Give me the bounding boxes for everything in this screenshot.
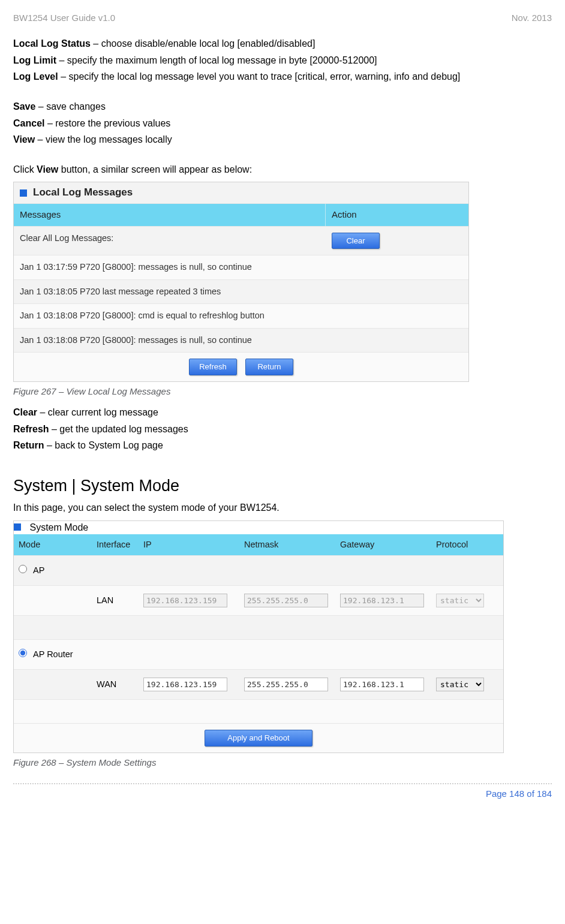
lan-row: LAN static [14, 585, 503, 615]
def-log-level: Log Level – specify the local log messag… [13, 70, 552, 83]
def-view: View – view the log messages locally [13, 133, 552, 146]
clear-all-label: Clear All Log Messages: [14, 227, 326, 255]
text-cancel: – restore the previous values [44, 118, 170, 128]
term-local-log-status: Local Log Status [13, 38, 91, 49]
text-save: – save changes [35, 101, 106, 112]
lan-iface: LAN [92, 590, 139, 612]
panel-icon [14, 523, 21, 531]
blank-row [14, 699, 503, 723]
mode-ap-row: AP [14, 555, 503, 585]
mode-header-row: Mode Interface IP Netmask Gateway Protoc… [14, 534, 503, 556]
panel-title: System Mode [29, 522, 88, 532]
wan-iface: WAN [92, 674, 139, 696]
col-mode: Mode [14, 534, 92, 556]
log-message: Jan 1 03:18:08 P720 [G8000]: cmd is equa… [14, 304, 326, 328]
panel-title: Local Log Messages [33, 186, 133, 200]
aprouter-radio[interactable] [19, 649, 27, 657]
text-log-limit: – specify the maximum length of local lo… [56, 55, 377, 65]
term-log-limit: Log Limit [13, 55, 56, 65]
log-button-bar: Refresh Return [14, 352, 468, 381]
term-log-level: Log Level [13, 71, 58, 82]
wan-protocol-select[interactable]: static [436, 678, 484, 691]
click-view-sentence: Click View button, a similar screen will… [13, 163, 552, 176]
panel-titlebar: Local Log Messages [14, 182, 468, 204]
clear-all-row: Clear All Log Messages: Clear [14, 226, 468, 255]
lan-ip-input[interactable] [143, 594, 227, 607]
panel-icon [20, 189, 27, 197]
figure-268-caption: Figure 268 – System Mode Settings [13, 757, 552, 769]
log-row: Jan 1 03:18:05 P720 last message repeate… [14, 279, 468, 304]
click-view-post: button, a similar screen will appear as … [58, 164, 252, 174]
system-mode-panel: System Mode Mode Interface IP Netmask Ga… [13, 520, 504, 753]
log-header-row: Messages Action [14, 204, 468, 225]
term-view: View [13, 134, 35, 145]
text-view: – view the log messages locally [35, 134, 172, 145]
header-left: BW1254 User Guide v1.0 [13, 12, 115, 24]
section-intro: In this page, you can select the system … [13, 501, 552, 514]
term-cancel: Cancel [13, 118, 44, 128]
col-netmask: Netmask [239, 534, 335, 556]
aprouter-label: AP Router [33, 649, 73, 659]
wan-netmask-input[interactable] [244, 678, 328, 691]
figure-267-caption: Figure 267 – View Local Log Messages [13, 386, 552, 398]
ap-radio[interactable] [19, 565, 27, 573]
clear-button[interactable]: Clear [332, 233, 380, 249]
lan-netmask-input[interactable] [244, 594, 328, 607]
def-local-log-status: Local Log Status – choose disable/enable… [13, 37, 552, 50]
log-row: Jan 1 03:18:08 P720 [G8000]: messages is… [14, 328, 468, 353]
text-return: – back to System Log page [44, 440, 163, 450]
def-clear: Clear – clear current log message [13, 406, 552, 419]
local-log-messages-panel: Local Log Messages Messages Action Clear… [13, 182, 469, 382]
term-save: Save [13, 101, 35, 112]
mode-aprouter-row: AP Router [14, 639, 503, 669]
term-clear: Clear [13, 407, 37, 417]
log-message: Jan 1 03:18:08 P720 [G8000]: messages is… [14, 329, 326, 353]
log-row: Jan 1 03:17:59 P720 [G8000]: messages is… [14, 255, 468, 279]
section-heading: System | System Mode [13, 475, 552, 496]
log-message: Jan 1 03:18:05 P720 last message repeate… [14, 280, 326, 304]
def-refresh: Refresh – get the updated log messages [13, 423, 552, 436]
col-gateway: Gateway [335, 534, 431, 556]
click-view-pre: Click [13, 164, 37, 174]
col-ip: IP [139, 534, 239, 556]
log-message: Jan 1 03:17:59 P720 [G8000]: messages is… [14, 255, 326, 279]
def-cancel: Cancel – restore the previous values [13, 117, 552, 130]
blank-row [14, 615, 503, 639]
text-clear: – clear current log message [37, 407, 158, 417]
text-refresh: – get the updated log messages [49, 424, 188, 434]
page-header: BW1254 User Guide v1.0 Nov. 2013 [13, 12, 552, 24]
def-return: Return – back to System Log page [13, 439, 552, 452]
footer-divider [13, 783, 552, 784]
wan-row: WAN static [14, 669, 503, 699]
return-button[interactable]: Return [245, 359, 293, 375]
term-refresh: Refresh [13, 424, 49, 434]
ap-label: AP [33, 565, 44, 575]
refresh-button[interactable]: Refresh [189, 359, 237, 375]
text-log-level: – specify the local log message level yo… [58, 71, 461, 82]
wan-ip-input[interactable] [143, 678, 227, 691]
def-log-limit: Log Limit – specify the maximum length o… [13, 54, 552, 67]
lan-protocol-select[interactable]: static [436, 594, 484, 607]
header-right: Nov. 2013 [512, 12, 552, 24]
panel-titlebar: System Mode [14, 521, 503, 534]
click-view-bold: View [37, 164, 58, 174]
col-protocol: Protocol [431, 534, 503, 556]
col-interface: Interface [92, 534, 139, 556]
wan-gateway-input[interactable] [340, 678, 424, 691]
col-messages: Messages [14, 204, 326, 225]
term-return: Return [13, 440, 44, 450]
mode-button-bar: Apply and Reboot [14, 723, 503, 753]
text-local-log-status: – choose disable/enable local log [enabl… [91, 38, 315, 49]
apply-reboot-button[interactable]: Apply and Reboot [205, 730, 312, 747]
page-number: Page 148 of 184 [13, 788, 552, 800]
col-action: Action [326, 204, 468, 225]
lan-gateway-input[interactable] [340, 594, 424, 607]
log-row: Jan 1 03:18:08 P720 [G8000]: cmd is equa… [14, 303, 468, 328]
def-save: Save – save changes [13, 100, 552, 113]
